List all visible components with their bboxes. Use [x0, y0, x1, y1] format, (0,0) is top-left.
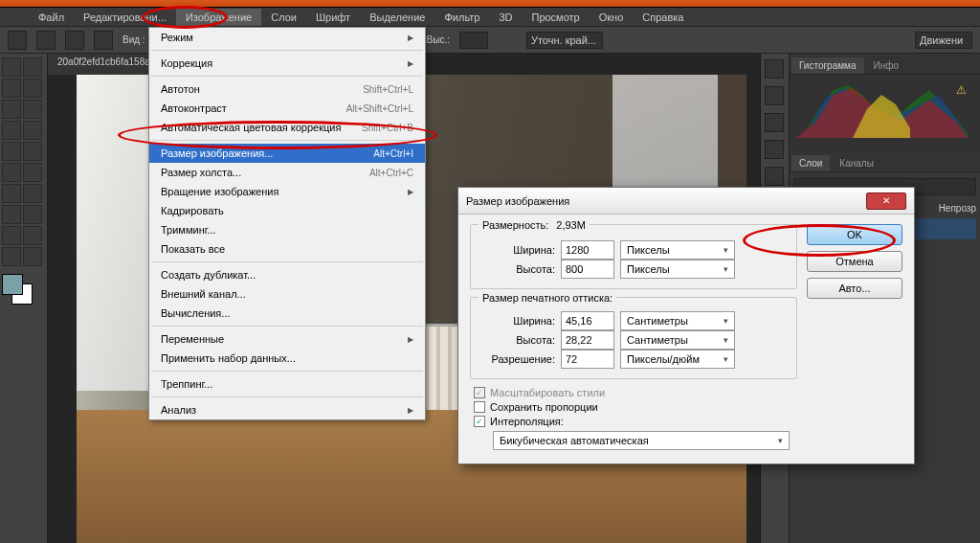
- dock-para-icon[interactable]: [765, 167, 784, 186]
- path-tool-icon[interactable]: [2, 226, 21, 245]
- width-unit-dropdown[interactable]: Пикселы: [620, 240, 735, 260]
- menu-item-canvas-size[interactable]: Размер холста...Alt+Ctrl+C: [149, 163, 425, 182]
- resolution-input[interactable]: [561, 350, 614, 369]
- print-width-unit[interactable]: Сантиметры: [620, 311, 735, 330]
- dialog-close-button[interactable]: ✕: [866, 192, 906, 210]
- menu-item-crop[interactable]: Кадрировать: [149, 201, 425, 220]
- menu-filter[interactable]: Фильтр: [434, 9, 489, 26]
- options-bar: Вид : Шир.: ⇄ Выс.: Уточн. край... Движе…: [0, 27, 980, 54]
- refine-edge-button[interactable]: Уточн. край...: [526, 32, 603, 49]
- dodge-tool-icon[interactable]: [23, 184, 42, 203]
- menu-item-autocolor[interactable]: Автоматическая цветовая коррекцияShift+C…: [149, 118, 425, 137]
- blur-tool-icon[interactable]: [2, 184, 21, 203]
- tab-histogram[interactable]: Гистограмма: [791, 57, 864, 74]
- print-height-input[interactable]: [561, 330, 614, 350]
- tab-channels[interactable]: Каналы: [832, 155, 881, 171]
- print-width-label: Ширина:: [480, 315, 555, 327]
- tool-preset-icon[interactable]: [8, 31, 27, 50]
- document-size-group: Размер печатного оттиска: Ширина: Сантим…: [470, 297, 797, 379]
- menu-edit[interactable]: Редактировани...: [74, 9, 176, 26]
- menu-3d[interactable]: 3D: [489, 9, 522, 26]
- width-input[interactable]: [561, 240, 614, 260]
- menu-image[interactable]: Изображение: [176, 9, 261, 26]
- pen-tool-icon[interactable]: [2, 205, 21, 224]
- crop-tool-icon[interactable]: [2, 100, 21, 119]
- history-brush-icon[interactable]: [23, 142, 42, 161]
- dialog-title: Размер изображения: [466, 195, 569, 207]
- menu-item-reveal[interactable]: Показать все: [149, 239, 425, 259]
- menu-item-autotone[interactable]: АвтотонShift+Ctrl+L: [149, 79, 425, 99]
- app-titlebar: [0, 0, 980, 8]
- hand-tool-icon[interactable]: [2, 247, 21, 266]
- interpolation-dropdown[interactable]: Бикубическая автоматическая: [493, 431, 790, 450]
- dialog-titlebar[interactable]: Размер изображения ✕: [458, 188, 914, 215]
- tab-layers[interactable]: Слои: [791, 155, 830, 171]
- tab-info[interactable]: Инфо: [866, 57, 907, 74]
- scale-styles-checkbox[interactable]: ✓Масштабировать стили: [474, 387, 797, 398]
- menu-item-datasets[interactable]: Применить набор данных...: [149, 349, 425, 368]
- crop-mode-icon[interactable]: [36, 31, 56, 50]
- menu-item-trim[interactable]: Тримминг...: [149, 220, 425, 239]
- height-input[interactable]: [561, 260, 614, 279]
- menu-item-autocontrast[interactable]: АвтоконтрастAlt+Shift+Ctrl+L: [149, 99, 425, 118]
- menu-help[interactable]: Справка: [633, 9, 693, 26]
- menu-select[interactable]: Выделение: [360, 9, 434, 26]
- menu-layers[interactable]: Слои: [261, 9, 306, 26]
- layers-panel-tabs: Слои Каналы: [790, 151, 980, 172]
- height-field[interactable]: [459, 32, 488, 49]
- move-tool-icon[interactable]: [2, 57, 21, 77]
- type-tool-icon[interactable]: [23, 205, 42, 224]
- menu-view[interactable]: Просмотр: [522, 9, 589, 26]
- shape-tool-icon[interactable]: [23, 226, 42, 245]
- histogram-panel-tabs: Гистограмма Инфо: [790, 54, 980, 75]
- menu-item-analysis[interactable]: Анализ: [149, 400, 425, 419]
- menu-item-variables[interactable]: Переменные: [149, 329, 425, 349]
- menu-item-apply-image[interactable]: Внешний канал...: [149, 284, 425, 304]
- height-label: Выс.:: [427, 34, 450, 45]
- crop-mode3-icon[interactable]: [94, 31, 113, 50]
- print-height-unit[interactable]: Сантиметры: [620, 330, 735, 350]
- histogram-panel: ⚠: [790, 75, 980, 151]
- cancel-button[interactable]: Отмена: [807, 251, 902, 272]
- menu-item-rotation[interactable]: Вращение изображения: [149, 182, 425, 201]
- dock-actions-icon[interactable]: [765, 86, 784, 105]
- menu-item-mode[interactable]: Режим: [149, 28, 425, 47]
- color-swatches[interactable]: [2, 274, 40, 303]
- image-menu-dropdown: Режим Коррекция АвтотонShift+Ctrl+L Авто…: [148, 27, 426, 420]
- dock-properties-icon[interactable]: [765, 113, 784, 132]
- print-size-label: Размер печатного оттиска:: [479, 292, 616, 304]
- dim-label: Размерность:: [482, 219, 548, 231]
- opacity-label: Непрозр: [939, 203, 976, 214]
- heal-tool-icon[interactable]: [2, 121, 21, 140]
- gradient-tool-icon[interactable]: [23, 163, 42, 182]
- brush-tool-icon[interactable]: [23, 121, 42, 140]
- constrain-checkbox[interactable]: Сохранить пропорции: [474, 401, 797, 413]
- zoom-tool-icon[interactable]: [23, 247, 42, 266]
- wand-tool-icon[interactable]: [23, 79, 42, 98]
- ok-button[interactable]: OK: [807, 224, 902, 245]
- eraser-tool-icon[interactable]: [2, 163, 21, 182]
- menu-item-trap[interactable]: Треппинг...: [149, 374, 425, 394]
- menu-window[interactable]: Окно: [590, 9, 634, 26]
- print-width-input[interactable]: [561, 311, 614, 330]
- movement-tab[interactable]: Движени: [915, 32, 972, 49]
- resample-checkbox[interactable]: ✓Интерполяция:: [474, 416, 797, 427]
- lasso-tool-icon[interactable]: [2, 79, 21, 98]
- menu-item-duplicate[interactable]: Создать дубликат...: [149, 265, 425, 284]
- height-unit-dropdown[interactable]: Пикселы: [620, 260, 735, 279]
- dock-history-icon[interactable]: [765, 59, 784, 79]
- marquee-tool-icon[interactable]: [23, 57, 42, 77]
- menu-item-adjustments[interactable]: Коррекция: [149, 54, 425, 73]
- eyedropper-tool-icon[interactable]: [23, 100, 42, 119]
- crop-mode2-icon[interactable]: [65, 31, 84, 50]
- print-height-label: Высота:: [480, 334, 555, 346]
- auto-button[interactable]: Авто...: [807, 278, 902, 299]
- stamp-tool-icon[interactable]: [2, 142, 21, 161]
- menu-item-calculations[interactable]: Вычисления...: [149, 304, 425, 323]
- dock-char-icon[interactable]: [765, 140, 784, 159]
- menu-bar: Файл Редактировани... Изображение Слои Ш…: [0, 8, 980, 27]
- resolution-unit[interactable]: Пикселы/дюйм: [620, 350, 735, 369]
- menu-type[interactable]: Шрифт: [306, 9, 360, 26]
- menu-item-image-size[interactable]: Размер изображения...Alt+Ctrl+I: [149, 144, 425, 163]
- menu-file[interactable]: Файл: [29, 9, 74, 26]
